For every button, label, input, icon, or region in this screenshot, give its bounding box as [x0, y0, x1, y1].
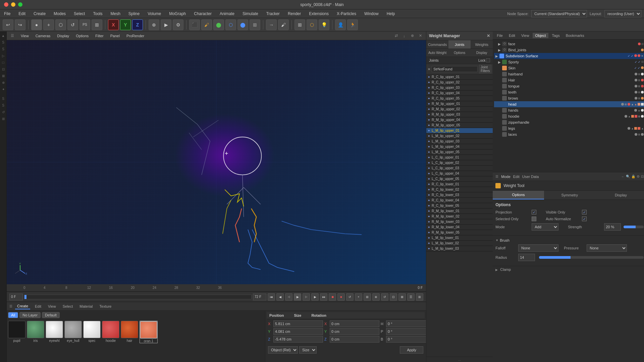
play-btn[interactable]: ▶: [161, 19, 171, 30]
menu-edit[interactable]: Edit: [17, 11, 27, 17]
viewport-menu-icon[interactable]: ☰: [9, 33, 15, 39]
render-btn[interactable]: ⬡: [307, 19, 317, 30]
joint-item-7[interactable]: ✦R_M_lip_upper_03: [426, 112, 493, 117]
fl-icon-6[interactable]: ⊡: [1, 66, 6, 72]
timeline-track[interactable]: [24, 295, 252, 299]
play-btn[interactable]: ▶: [294, 293, 301, 301]
mat-pupil[interactable]: pupil: [8, 321, 25, 343]
tab-create[interactable]: Create: [15, 303, 30, 309]
menu-mesh[interactable]: Mesh: [109, 11, 121, 17]
vp-icon-1[interactable]: ⇄: [393, 33, 399, 39]
layout-select[interactable]: recording (User): [604, 10, 641, 17]
minimize-button[interactable]: [11, 2, 15, 7]
loop-btn[interactable]: ↺: [346, 293, 354, 301]
joint-item-14[interactable]: ✦L_M_lip_upper_05: [426, 149, 493, 155]
joint-item-31[interactable]: ✦L_M_lip_lower_02: [426, 241, 493, 246]
joint-item-8[interactable]: ✦R_M_lip_upper_04: [426, 117, 493, 123]
mat-oran[interactable]: oran.1: [140, 321, 158, 343]
menu-window[interactable]: Window: [363, 11, 380, 17]
obj-tab-bookmarks[interactable]: Bookmarks: [563, 33, 587, 38]
menu-create[interactable]: Create: [32, 11, 47, 17]
grid-2-btn[interactable]: ⊞: [294, 19, 305, 30]
menu-extensions[interactable]: Extensions: [308, 11, 330, 17]
subdiv-close[interactable]: ✕: [641, 54, 644, 58]
menu-modes[interactable]: Modes: [52, 11, 67, 17]
wt-edit-label[interactable]: Edit: [513, 175, 520, 179]
settings-btn[interactable]: ⚙: [173, 19, 183, 30]
menu-help[interactable]: Help: [385, 11, 396, 17]
obj-tab-view[interactable]: View: [519, 33, 532, 38]
joint-item-11[interactable]: ✦L_M_lip_upper_02: [426, 133, 493, 139]
obj-tool-2[interactable]: ⬤: [237, 19, 248, 30]
green-sphere-btn[interactable]: ⬤: [213, 19, 224, 30]
joint-item-0[interactable]: ✦R_C_lip_upper_01: [426, 74, 493, 80]
tab-material[interactable]: Material: [77, 304, 95, 309]
filter-all[interactable]: All: [8, 312, 18, 318]
filter-no-layer[interactable]: No Layer: [19, 312, 41, 318]
wm-subtab-options[interactable]: Options: [448, 49, 471, 57]
viewport-menu-view[interactable]: View: [19, 33, 30, 39]
tab-edit[interactable]: Edit: [33, 304, 43, 309]
joint-item-1[interactable]: ✦R_C_lip_upper_02: [426, 80, 493, 85]
joint-item-4[interactable]: ✦R_C_lip_upper_05: [426, 96, 493, 101]
paint-btn[interactable]: PS: [79, 19, 90, 30]
wt-tab-display[interactable]: Display: [595, 191, 644, 199]
pos-z-input[interactable]: [273, 336, 323, 343]
joint-item-5[interactable]: ✦R_M_lip_upper_01: [426, 101, 493, 107]
obj-tab-file[interactable]: File: [494, 33, 505, 38]
obj-tool-3[interactable]: ⊞: [250, 19, 260, 30]
fl-icon-1[interactable]: ▲: [1, 33, 6, 38]
anim-btn-6[interactable]: ⊠: [398, 293, 406, 301]
char-btn[interactable]: 👤: [335, 19, 346, 30]
wm-tab-joints[interactable]: Joints: [448, 40, 471, 49]
prev-keyframe-btn[interactable]: ◁: [285, 293, 292, 301]
joint-item-9[interactable]: ✦R_M_lip_upper_05: [426, 123, 493, 128]
axis-z-btn[interactable]: Z: [132, 19, 143, 30]
prev-frame-btn[interactable]: ◀: [276, 293, 284, 301]
selected-only-checkbox[interactable]: [532, 217, 536, 221]
joint-item-17[interactable]: ✦L_C_lip_upper_03: [426, 166, 493, 171]
pos-x-input[interactable]: [273, 320, 323, 327]
node-space-select[interactable]: Current (Standard/Physical): [531, 10, 587, 17]
fl-icon-4[interactable]: ▷: [1, 53, 6, 58]
fl-icon-12[interactable]: ↺: [1, 109, 6, 115]
mat-eyewhl[interactable]: eyewhl: [46, 321, 63, 343]
lock-checkbox[interactable]: [486, 58, 490, 62]
wt-userdata-label[interactable]: User Data: [522, 175, 539, 179]
fl-icon-8[interactable]: ⊕: [1, 80, 6, 85]
next-frame-btn[interactable]: ▶: [311, 293, 319, 301]
viewport-menu-options[interactable]: Options: [74, 33, 90, 39]
joint-item-12[interactable]: ✦L_M_lip_upper_03: [426, 139, 493, 144]
object-btn[interactable]: ⬡: [55, 19, 66, 30]
mat-iris[interactable]: iris: [27, 321, 44, 343]
menu-animate[interactable]: Animate: [218, 11, 236, 17]
menu-tools[interactable]: Tools: [92, 11, 104, 17]
menu-tracker[interactable]: Tracker: [265, 11, 281, 17]
wt-tab-options[interactable]: Options: [493, 191, 544, 199]
paint-2-btn[interactable]: 🖌: [278, 19, 289, 30]
menu-select[interactable]: Select: [72, 11, 86, 17]
strength-input[interactable]: [604, 223, 621, 231]
move-btn[interactable]: ⊕: [149, 19, 159, 30]
viewport-menu-cameras[interactable]: Cameras: [34, 33, 52, 39]
joint-item-15[interactable]: ✦L_C_lip_upper_01: [426, 155, 493, 160]
menu-character[interactable]: Character: [193, 11, 213, 17]
bottom-panel-icon[interactable]: ☰: [9, 304, 12, 308]
brush-btn[interactable]: 🖌: [201, 19, 212, 30]
joint-item-25[interactable]: ✦R_M_lip_lower_01: [426, 208, 493, 214]
joint-item-22[interactable]: ✦R_C_lip_lower_03: [426, 192, 493, 198]
end-frame-input[interactable]: [253, 294, 266, 300]
size-x-input[interactable]: [330, 320, 379, 327]
strength-slider[interactable]: [624, 226, 644, 228]
menu-spline[interactable]: Spline: [127, 11, 141, 17]
wt-search-icon[interactable]: 🔍: [626, 175, 630, 178]
coord-system-select[interactable]: Object (Rel): [268, 346, 298, 354]
wt-lock-icon[interactable]: 🔒: [631, 175, 635, 178]
fl-icon-10[interactable]: S: [1, 96, 6, 101]
joint-item-2[interactable]: ✦R_C_lip_upper_03: [426, 85, 493, 90]
maximize-button[interactable]: [18, 2, 22, 7]
ipr-btn[interactable]: 💡: [319, 19, 329, 30]
anim-btn-8[interactable]: ⊞: [416, 293, 423, 301]
size-mode-select[interactable]: Size: [299, 346, 317, 354]
mode-select[interactable]: Add: [532, 223, 558, 231]
